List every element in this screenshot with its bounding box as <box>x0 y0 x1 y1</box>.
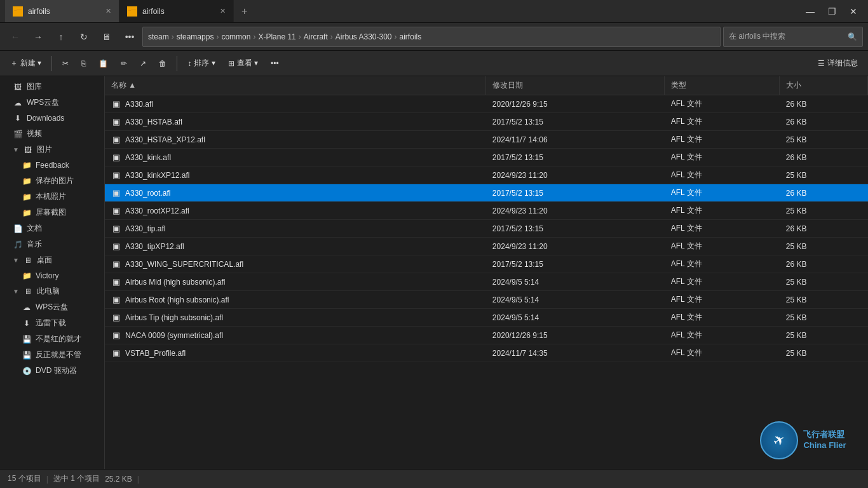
sidebar-item-documents[interactable]: 📄 文档 <box>0 220 104 236</box>
file-name: A330.afl <box>125 100 153 109</box>
breadcrumb[interactable]: steam › steamapps › common › X-Plane 11 … <box>142 27 721 47</box>
col-size[interactable]: 大小 <box>780 76 868 95</box>
sidebar-item-notred[interactable]: 💾 不是红的就才 <box>0 331 104 347</box>
share-button[interactable]: ↗ <box>135 57 151 71</box>
camera-label: 本机照片 <box>36 191 66 202</box>
rename-icon: ✏ <box>121 59 127 68</box>
file-table: 名称 ▲ 修改日期 类型 大小 A330.afl 2020/12/26 9:15… <box>105 76 868 362</box>
more-icon: ••• <box>271 59 279 68</box>
tab1-close-icon[interactable]: ✕ <box>105 7 111 15</box>
table-row[interactable]: A330_rootXP12.afl 2024/9/23 11:20AFL 文件2… <box>105 202 868 220</box>
rename-button[interactable]: ✏ <box>116 57 132 71</box>
file-size: 25 KB <box>780 309 868 327</box>
table-row[interactable]: A330_kinkXP12.afl 2024/9/23 11:20AFL 文件2… <box>105 166 868 184</box>
col-type[interactable]: 类型 <box>665 76 780 95</box>
file-icon <box>111 295 121 305</box>
sidebar-item-music[interactable]: 🎵 音乐 <box>0 236 104 252</box>
forward-button[interactable]: → <box>28 27 48 47</box>
location-button[interactable]: 🖥 <box>97 27 117 47</box>
file-icon <box>111 206 121 216</box>
tab-1[interactable]: airfoils ✕ <box>5 0 119 22</box>
table-row[interactable]: Airbus Root (high subsonic).afl 2024/9/5… <box>105 291 868 309</box>
details-label: 详细信息 <box>827 58 858 69</box>
table-row[interactable]: A330.afl 2020/12/26 9:15AFL 文件26 KB <box>105 95 868 113</box>
details-button[interactable]: ☰ 详细信息 <box>813 55 863 71</box>
documents-icon: 📄 <box>13 224 23 234</box>
sidebar-item-saved[interactable]: 📁 保存的图片 <box>0 173 104 189</box>
view-button[interactable]: ⊞ 查看 ▾ <box>223 55 263 71</box>
dvd-icon: 💿 <box>22 366 32 376</box>
col-name[interactable]: 名称 ▲ <box>105 76 486 95</box>
restore-button[interactable]: ❐ <box>822 2 841 21</box>
copy-button[interactable]: ⎘ <box>76 57 91 71</box>
sidebar-item-video[interactable]: 🎬 视频 <box>0 126 104 142</box>
file-name: A330_HSTAB.afl <box>125 118 182 126</box>
table-row[interactable]: A330_tipXP12.afl 2024/9/23 11:20AFL 文件25… <box>105 238 868 255</box>
bc-airfoils[interactable]: airfoils <box>400 32 422 41</box>
bc-steamapps[interactable]: steamapps <box>177 32 214 41</box>
address-bar: ← → ↑ ↻ 🖥 ••• steam › steamapps › common… <box>0 23 868 51</box>
sidebar-item-feedback[interactable]: 📁 Feedback <box>0 158 104 173</box>
delete-button[interactable]: 🗑 <box>154 57 172 71</box>
screenshot-folder-icon: 📁 <box>22 208 32 218</box>
sidebar-item-downloads[interactable]: ⬇ Downloads <box>0 111 104 126</box>
bc-airbus[interactable]: Airbus A330-300 <box>336 32 392 41</box>
bc-common[interactable]: common <box>221 32 250 41</box>
sidebar-item-thispc[interactable]: ▼ 🖥 此电脑 <box>0 283 104 299</box>
refresh-button[interactable]: ↻ <box>74 27 94 47</box>
wps-icon: ☁ <box>13 98 23 108</box>
file-type: AFL 文件 <box>665 255 780 273</box>
up-button[interactable]: ↑ <box>51 27 71 47</box>
new-button[interactable]: ＋ 新建 ▾ <box>5 55 46 71</box>
sidebar-item-wpscloud2[interactable]: ☁ WPS云盘 <box>0 299 104 315</box>
table-row[interactable]: A330_HSTAB.afl 2017/5/2 13:15AFL 文件26 KB <box>105 113 868 131</box>
wpscloud2-icon: ☁ <box>22 302 32 313</box>
sidebar-item-wps[interactable]: ☁ WPS云盘 <box>0 95 104 111</box>
back-button[interactable]: ← <box>5 27 25 47</box>
paste-button[interactable]: 📋 <box>93 57 113 71</box>
tab2-close-icon[interactable]: ✕ <box>220 7 226 15</box>
table-row[interactable]: VSTAB_Profile.afl 2024/11/7 14:35AFL 文件2… <box>105 344 868 362</box>
table-row[interactable]: A330_WING_SUPERCRITICAL.afl 2017/5/2 13:… <box>105 255 868 273</box>
file-name: Airbus Mid (high subsonic).afl <box>125 278 225 287</box>
sidebar-item-camera[interactable]: 📁 本机照片 <box>0 189 104 205</box>
bc-aircraft[interactable]: Aircraft <box>304 32 328 41</box>
sidebar-item-pictures[interactable]: ▼ 🖼 图片 <box>0 142 104 158</box>
sidebar-item-xunlei[interactable]: ⬇ 迅雷下载 <box>0 315 104 331</box>
sidebar-item-desktop[interactable]: ▼ 🖥 桌面 <box>0 252 104 268</box>
table-row[interactable]: NACA 0009 (symmetrical).afl 2020/12/26 9… <box>105 327 868 344</box>
file-name: A330_HSTAB_XP12.afl <box>125 135 205 144</box>
col-modified[interactable]: 修改日期 <box>486 76 665 95</box>
sort-button[interactable]: ↕ 排序 ▾ <box>182 55 220 71</box>
file-modified: 2024/9/23 11:20 <box>486 166 665 184</box>
table-row[interactable]: A330_tip.afl 2017/5/2 13:15AFL 文件26 KB <box>105 220 868 238</box>
file-modified: 2017/5/2 13:15 <box>486 113 665 131</box>
file-area: 名称 ▲ 修改日期 类型 大小 A330.afl 2020/12/26 9:15… <box>105 76 868 469</box>
table-row[interactable]: A330_root.afl 2017/5/2 13:15AFL 文件26 KB <box>105 184 868 202</box>
breadcrumb-more-btn[interactable]: ••• <box>119 27 140 47</box>
sidebar-item-dvd[interactable]: 💿 DVD 驱动器 <box>0 363 104 379</box>
file-icon <box>111 99 121 109</box>
downloads-icon: ⬇ <box>13 113 23 123</box>
sidebar-item-screenshot[interactable]: 📁 屏幕截图 <box>0 205 104 220</box>
cut-button[interactable]: ✂ <box>57 57 74 71</box>
table-row[interactable]: Airbus Tip (high subsonic).afl 2024/9/5 … <box>105 309 868 327</box>
new-tab-button[interactable]: + <box>234 6 255 17</box>
minimize-button[interactable]: — <box>801 2 820 21</box>
close-button[interactable]: ✕ <box>844 2 863 21</box>
fanzheng-label: 反正就是不管 <box>36 349 81 360</box>
tab-2[interactable]: airfoils ✕ <box>119 0 234 22</box>
table-row[interactable]: A330_kink.afl 2017/5/2 13:15AFL 文件26 KB <box>105 149 868 166</box>
table-row[interactable]: Airbus Mid (high subsonic).afl 2024/9/5 … <box>105 273 868 291</box>
victory-folder-icon: 📁 <box>22 271 32 281</box>
sidebar-item-victory[interactable]: 📁 Victory <box>0 268 104 283</box>
more-button[interactable]: ••• <box>266 57 284 71</box>
search-box[interactable]: 在 airfoils 中搜索 🔍 <box>723 27 863 47</box>
sidebar-item-fanzheng[interactable]: 💾 反正就是不管 <box>0 347 104 363</box>
file-type: AFL 文件 <box>665 344 780 362</box>
bc-xplane[interactable]: X-Plane 11 <box>258 32 295 41</box>
main-layout: 🖼 图库 ☁ WPS云盘 ⬇ Downloads 🎬 视频 ▼ 🖼 图片 📁 F… <box>0 76 868 469</box>
sidebar-item-gallery[interactable]: 🖼 图库 <box>0 79 104 95</box>
table-row[interactable]: A330_HSTAB_XP12.afl 2024/11/7 14:06AFL 文… <box>105 131 868 149</box>
bc-steam[interactable]: steam <box>148 32 169 41</box>
